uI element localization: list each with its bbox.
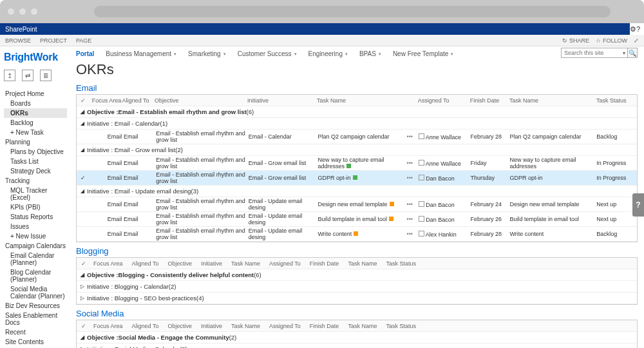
section-title-blogging: Blogging [76,246,638,256]
topnav-item[interactable]: Customer Success▾ [238,50,297,57]
follow-button[interactable]: ☆FOLLOW [596,37,627,44]
sync-icon[interactable]: ⇄ [22,70,33,81]
nav-item[interactable]: Tracking [4,176,67,186]
left-nav: BrightWork ↥ ⇄ ≣ Project HomeBoardsOKRsB… [0,46,71,348]
ribbon: BROWSE PROJECT PAGE ↻SHARE ☆FOLLOW ⤢ [0,35,644,46]
nav-subitem[interactable]: KPIs (PBI) [4,202,67,212]
nav-subitem[interactable]: MQL Tracker (Excel) [4,186,67,202]
row-menu-icon[interactable]: ••• [401,175,419,181]
row-menu-icon[interactable]: ••• [401,133,419,140]
nav-subitem[interactable]: + New Task [4,128,67,137]
task-row[interactable]: EmailEmailEmail - Establish email rhythm… [77,227,637,242]
nav-subitem[interactable]: Issues [4,222,67,231]
topnav-item[interactable]: Smarketing▾ [188,50,226,57]
initiative-row[interactable]: ◢ Initiative : Email - Grow email list (… [77,144,637,156]
nav-item[interactable]: Site Contents [4,337,67,347]
gear-icon[interactable]: ⚙ [630,25,636,34]
nav-subitem[interactable]: Backlog [4,118,67,128]
window-dot [31,8,37,15]
chevron-down-icon: ▾ [294,52,297,57]
task-row[interactable]: EmailEmailEmail - Establish email rhythm… [77,212,637,227]
grid-social: ✓ Focus Area Aligned To Objective Initia… [76,320,638,348]
status-badge [346,164,351,168]
topnav-item[interactable]: Business Management▾ [106,50,176,57]
share-button[interactable]: ↻SHARE [562,37,589,44]
task-row[interactable]: ✓EmailEmailEmail - Establish email rhyth… [77,171,637,186]
grid-header: ✓ Focus Area Aligned To Objective Initia… [77,258,637,269]
objective-row[interactable]: ◢Objective : Blogging - Consistently del… [77,269,637,281]
row-menu-icon[interactable]: ••• [401,201,419,208]
collapse-icon[interactable]: ▷ [80,284,84,289]
status-badge [389,217,393,221]
assignee-checkbox[interactable] [419,216,424,222]
collapse-icon[interactable]: ◢ [80,121,84,126]
search-input[interactable] [561,48,632,58]
search-go-button[interactable]: 🔍 [627,48,638,58]
nav-subitem[interactable]: Blog Calendar (Planner) [4,267,67,284]
objective-row[interactable]: ◢Objective : Email - Establish email rhy… [77,106,637,118]
assignee-checkbox[interactable] [419,160,424,166]
assignee-checkbox[interactable] [419,175,424,180]
nav-subitem[interactable]: Tasks List [4,157,67,166]
nav-item[interactable]: Campaign Calendars [4,241,67,251]
page-title: OKRs [76,61,638,78]
task-row[interactable]: EmailEmailEmail - Establish email rhythm… [77,197,637,212]
search-scope-dropdown[interactable]: ▾ [623,50,625,56]
nav-subitem[interactable]: OKRs [4,108,67,118]
row-menu-icon[interactable]: ••• [401,160,419,166]
focus-icon[interactable]: ⤢ [634,37,639,44]
nav-subitem[interactable]: Status Reports [4,212,67,222]
initiative-row[interactable]: ▷ Initiative : Social Media - Calendar (… [77,343,637,348]
status-badge [390,202,394,206]
assignee-checkbox[interactable] [419,201,424,207]
collapse-icon[interactable]: ◢ [80,109,84,115]
nav-subitem[interactable]: Social Media Calendar (Planner) [4,284,67,301]
nav-subitem[interactable]: + New Issue [4,231,67,241]
nav-subitem[interactable]: Strategy Deck [4,166,67,176]
nav-item[interactable]: Planning [4,137,67,147]
row-menu-icon[interactable]: ••• [401,231,419,237]
initiative-row[interactable]: ▷ Initiative : Blogging - Calendar (2) [77,281,637,293]
window-dot [8,8,14,15]
assignee-checkbox[interactable] [419,133,424,139]
assignee-checkbox[interactable] [419,231,424,237]
nav-item[interactable]: Sales Enablement Docs [4,311,67,327]
top-nav: PortalBusiness Management▾Smarketing▾Cus… [76,49,638,60]
topnav-item[interactable]: Engineering▾ [308,50,348,57]
topnav-item[interactable]: BPAS▾ [359,50,381,57]
status-badge [353,175,357,180]
nav-subitem[interactable]: Plans by Objective [4,147,67,157]
ribbon-tab-project[interactable]: PROJECT [40,37,67,44]
objective-row[interactable]: ◢Objective : Social Media - Engage the C… [77,332,637,343]
window-dot [19,8,26,15]
nav-item[interactable]: Biz Dev Resources [4,301,67,311]
row-menu-icon[interactable]: ••• [401,216,419,222]
collapse-icon[interactable]: ◢ [80,147,84,153]
collapse-icon[interactable]: ▷ [80,295,84,301]
help-icon[interactable]: ? [636,25,640,33]
nav-subitem[interactable]: Boards [4,99,67,108]
topnav-item[interactable]: New Free Template▾ [393,50,454,57]
status-badge [354,231,358,236]
task-row[interactable]: EmailEmailEmail - Establish email rhythm… [77,156,637,171]
upload-icon[interactable]: ↥ [4,70,15,81]
suite-bar: SharePoint [0,23,630,35]
help-side-tab[interactable]: ? [632,193,644,217]
initiative-row[interactable]: ◢ Initiative : Email - Update email desi… [77,186,637,197]
ribbon-tab-page[interactable]: PAGE [76,37,91,44]
task-row[interactable]: EmailEmailEmail - Establish email rhythm… [77,130,637,144]
nav-item[interactable]: Project Home [4,89,67,99]
ribbon-tab-browse[interactable]: BROWSE [5,37,31,44]
grid-email: ✓ Focus Area Aligned To Objective Initia… [76,94,638,242]
initiative-row[interactable]: ▷ Initiative : Blogging - SEO best-pract… [77,293,637,304]
initiative-row[interactable]: ◢ Initiative : Email - Calendar (1) [77,118,637,130]
collapse-icon[interactable]: ◢ [80,272,84,278]
topnav-item[interactable]: Portal [76,50,94,57]
nav-item[interactable]: Recent [4,327,67,337]
collapse-icon[interactable]: ◢ [80,334,84,340]
nav-subitem[interactable]: Email Calendar (Planner) [4,251,67,267]
url-bar[interactable] [94,6,611,17]
list-icon[interactable]: ≣ [40,70,52,81]
collapse-icon[interactable]: ◢ [80,188,84,194]
row-checkbox[interactable]: ✓ [77,175,90,181]
